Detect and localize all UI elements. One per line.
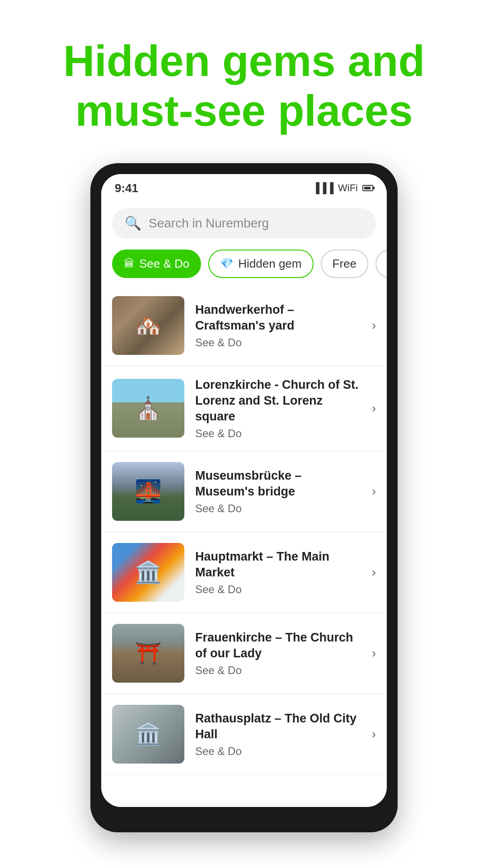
filter-chip-hidden-gem-label: Hidden gem (238, 257, 301, 271)
place-info-4: Frauenkirche – The Church of our Lady Se… (195, 630, 361, 677)
search-bar[interactable]: 🔍 Search in Nuremberg (112, 208, 376, 239)
place-info-0: Handwerkerhof – Craftsman's yard See & D… (195, 302, 361, 349)
place-name-2: Museumsbrücke – Museum's bridge (195, 468, 361, 500)
place-item-0[interactable]: Handwerkerhof – Craftsman's yard See & D… (101, 285, 387, 366)
place-item-1[interactable]: Lorenzkirche - Church of St. Lorenz and … (101, 366, 387, 451)
place-thumb-3 (112, 543, 184, 602)
place-item-3[interactable]: Hauptmarkt – The Main Market See & Do › (101, 532, 387, 613)
place-info-5: Rathausplatz – The Old City Hall See & D… (195, 711, 361, 758)
phone-frame: 9:41 ▐▐▐ WiFi 🔍 Search in Nuremberg 🏛 Se… (90, 163, 398, 832)
search-placeholder-text: Search in Nuremberg (149, 216, 269, 231)
filter-chip-see-do-label: See & Do (139, 257, 189, 271)
place-thumb-2 (112, 462, 184, 521)
place-thumb-5 (112, 705, 184, 764)
filter-chips: 🏛 See & Do 💎 Hidden gem Free 🍴 Eat 👜 Sh.… (101, 244, 387, 285)
place-thumb-1 (112, 379, 184, 438)
place-category-2: See & Do (195, 502, 361, 515)
place-item-5[interactable]: Rathausplatz – The Old City Hall See & D… (101, 694, 387, 775)
place-name-0: Handwerkerhof – Craftsman's yard (195, 302, 361, 334)
place-item-2[interactable]: Museumsbrücke – Museum's bridge See & Do… (101, 451, 387, 532)
filter-chip-see-do[interactable]: 🏛 See & Do (112, 250, 201, 278)
place-item-4[interactable]: Frauenkirche – The Church of our Lady Se… (101, 613, 387, 694)
battery-icon (362, 185, 373, 191)
status-time: 9:41 (115, 181, 138, 195)
place-name-3: Hauptmarkt – The Main Market (195, 549, 361, 580)
place-info-2: Museumsbrücke – Museum's bridge See & Do (195, 468, 361, 515)
place-name-5: Rathausplatz – The Old City Hall (195, 711, 361, 742)
search-icon: 🔍 (125, 217, 141, 230)
place-name-4: Frauenkirche – The Church of our Lady (195, 630, 361, 661)
filter-chip-eat[interactable]: 🍴 Eat (375, 250, 387, 278)
signal-icon: ▐▐▐ (312, 182, 333, 194)
place-thumb-0 (112, 296, 184, 355)
hero-section: Hidden gems and must-see places (0, 0, 488, 163)
chevron-right-icon-3: › (372, 565, 376, 580)
place-category-0: See & Do (195, 336, 361, 349)
place-name-1: Lorenzkirche - Church of St. Lorenz and … (195, 377, 361, 425)
see-do-icon: 🏛 (124, 257, 135, 270)
chevron-right-icon-2: › (372, 484, 376, 499)
status-bar: 9:41 ▐▐▐ WiFi (101, 174, 387, 199)
search-container: 🔍 Search in Nuremberg (101, 199, 387, 244)
place-thumb-4 (112, 624, 184, 683)
place-info-1: Lorenzkirche - Church of St. Lorenz and … (195, 377, 361, 440)
wifi-icon: WiFi (338, 182, 358, 194)
filter-chip-free[interactable]: Free (321, 250, 368, 278)
hero-title: Hidden gems and must-see places (36, 36, 452, 136)
chevron-right-icon-4: › (372, 646, 376, 660)
filter-chip-free-label: Free (333, 257, 357, 271)
place-category-1: See & Do (195, 427, 361, 440)
chevron-right-icon-5: › (372, 727, 376, 741)
hidden-gem-icon: 💎 (220, 257, 234, 270)
place-category-4: See & Do (195, 664, 361, 677)
status-icons: ▐▐▐ WiFi (312, 181, 373, 195)
place-list: Handwerkerhof – Craftsman's yard See & D… (101, 285, 387, 807)
filter-chip-hidden-gem[interactable]: 💎 Hidden gem (208, 250, 313, 278)
place-category-5: See & Do (195, 745, 361, 758)
place-category-3: See & Do (195, 583, 361, 596)
place-info-3: Hauptmarkt – The Main Market See & Do (195, 549, 361, 596)
chevron-right-icon-0: › (372, 318, 376, 333)
chevron-right-icon-1: › (372, 401, 376, 415)
phone-screen: 9:41 ▐▐▐ WiFi 🔍 Search in Nuremberg 🏛 Se… (101, 174, 387, 807)
